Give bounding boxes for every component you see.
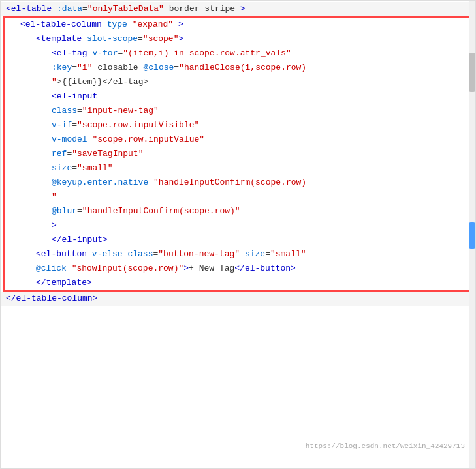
bottom-url: https://blog.csdn.net/weixin_42429713: [306, 442, 465, 450]
code-line-4: <el-table-column type="expand" >: [5, 18, 471, 32]
code-line-9: ">{{item}}</el-tag>: [5, 75, 471, 89]
code-line-8: :key="i" closable @close="handleClose(i,…: [5, 61, 471, 75]
code-line-2: <el-table :data="onlyTableData" border s…: [1, 2, 475, 16]
code-line-16: size="small": [5, 161, 471, 175]
code-line-21: </el-input>: [5, 233, 471, 247]
code-line-13: v-if="scope.row.inputVisible": [5, 118, 471, 132]
scrollbar-thumb-2[interactable]: [469, 222, 475, 249]
code-editor: <el-table :data="onlyTableData" border s…: [0, 0, 476, 469]
scrollbar[interactable]: [469, 1, 475, 468]
code-line-23: <el-button v-else class="button-new-tag"…: [5, 247, 471, 262]
code-line-14: v-model="scope.row.inputValue": [5, 132, 471, 147]
code-line-12: class="input-new-tag": [5, 104, 471, 118]
code-line-11: <el-input: [5, 89, 471, 104]
red-border-block: <el-table-column type="expand" > <templa…: [3, 16, 473, 292]
code-line-18: ": [5, 190, 471, 204]
scrollbar-thumb-1[interactable]: [469, 53, 475, 92]
code-line-5: <template slot-scope="scope">: [5, 32, 471, 46]
code-line-15: ref="saveTagInput": [5, 147, 471, 161]
code-line-17: @keyup.enter.native="handleInputConfirm(…: [5, 175, 471, 190]
code-content: <el-table :data="onlyTableData" border s…: [1, 1, 475, 307]
code-line-26: </el-table-column>: [1, 292, 475, 306]
code-line-7: <el-tag v-for="(item,i) in scope.row.att…: [5, 46, 471, 61]
code-line-24: @click="showInput(scope.row)">+ New Tag<…: [5, 262, 471, 276]
code-line-19: @blur="handleInputConfirm(scope.row)": [5, 204, 471, 219]
code-line-25: </template>: [5, 276, 471, 290]
code-line-20: >: [5, 219, 471, 233]
